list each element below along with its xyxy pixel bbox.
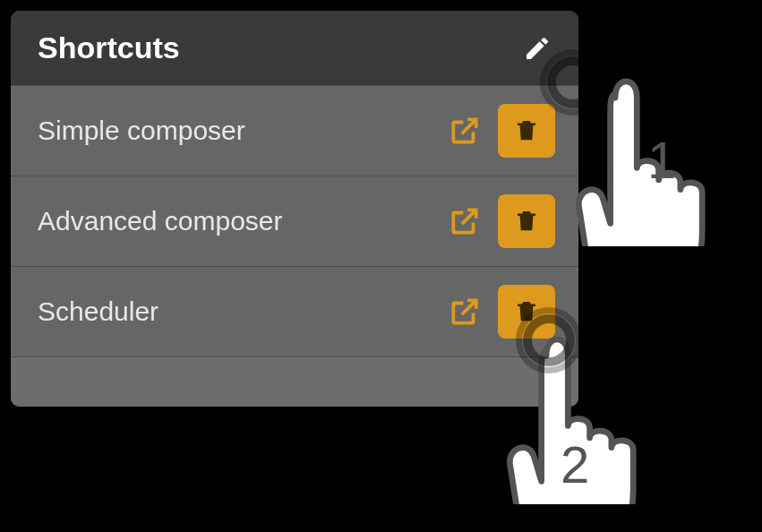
- edit-icon[interactable]: [523, 34, 552, 63]
- list-item[interactable]: Scheduler: [11, 266, 578, 356]
- shortcut-label: Simple composer: [38, 116, 448, 146]
- open-external-icon[interactable]: [448, 114, 482, 148]
- panel-footer: [11, 356, 578, 407]
- annotation-step-number: 1: [647, 130, 676, 190]
- shortcuts-panel: Shortcuts Simple composer Advanced compo…: [11, 11, 578, 407]
- trash-icon: [513, 115, 540, 148]
- shortcuts-list: Simple composer Advanced composer: [11, 85, 578, 407]
- trash-icon: [513, 296, 540, 329]
- panel-header: Shortcuts: [11, 11, 578, 85]
- list-item[interactable]: Advanced composer: [11, 176, 578, 266]
- delete-button[interactable]: [498, 194, 555, 248]
- open-external-icon[interactable]: [448, 295, 482, 329]
- shortcut-label: Scheduler: [38, 296, 448, 327]
- open-external-icon[interactable]: [448, 204, 482, 238]
- annotation-step-number: 2: [561, 434, 589, 494]
- shortcut-label: Advanced composer: [38, 206, 448, 236]
- delete-button[interactable]: [498, 104, 555, 158]
- list-item[interactable]: Simple composer: [11, 85, 578, 176]
- panel-title: Shortcuts: [38, 30, 180, 65]
- delete-button[interactable]: [498, 285, 555, 339]
- trash-icon: [513, 205, 540, 238]
